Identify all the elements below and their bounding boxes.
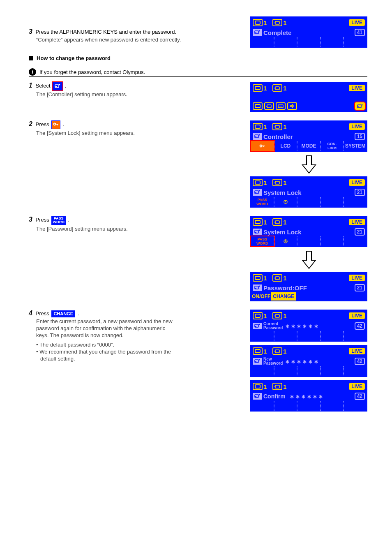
ctrl-icon (253, 393, 262, 400)
blank-soft (344, 331, 367, 341)
tab-display[interactable] (253, 102, 263, 110)
info-note: If you forget the password, contact Olym… (39, 69, 145, 75)
tab-controller[interactable] (355, 102, 365, 110)
ctrl-icon (253, 29, 262, 36)
clip-icon (272, 274, 282, 282)
blank-soft (321, 331, 344, 341)
soft-key-lock[interactable] (251, 141, 274, 151)
soft-password[interactable]: PASSWORD (251, 197, 274, 207)
page-badge: 41 (355, 29, 365, 36)
lcd-title: Password:OFF (263, 284, 307, 291)
key-softkey-icon[interactable] (51, 120, 60, 129)
password-softkey-icon[interactable]: PASSWORD (51, 216, 66, 225)
lcd-confirm-password: 1 1 LIVE Confirm ∗∗∗∗∗∗ 42 (250, 380, 367, 412)
blank-soft (274, 37, 297, 47)
proc-num: 2 (29, 120, 32, 127)
display-num: 1 (263, 19, 267, 26)
display-icon (253, 123, 263, 130)
lcd-title: System Lock (263, 189, 302, 196)
clip-num: 1 (283, 383, 286, 390)
display-num: 1 (263, 348, 267, 355)
clip-num: 1 (283, 348, 286, 355)
soft-confirm[interactable]: CON-FIRM (321, 141, 344, 151)
note-recommend-2: default setting. (40, 356, 246, 362)
page-badge: 42 (355, 358, 365, 365)
lcd-complete: 1 1 LIVE Complete 41 (250, 16, 367, 48)
pw-value: ∗∗∗∗∗∗ (285, 358, 320, 365)
tab-clip[interactable] (264, 102, 274, 110)
display-icon (253, 218, 263, 226)
blank-soft (251, 37, 274, 47)
blank-soft (274, 401, 297, 411)
clip-icon (272, 218, 282, 226)
down-arrow-icon (250, 155, 367, 174)
pw-label: NewPassword (263, 357, 283, 365)
soft-onoff[interactable]: ON/OFF (251, 292, 271, 301)
live-badge: LIVE (349, 85, 365, 91)
soft-system[interactable]: SYSTEM (344, 141, 367, 151)
section-title: How to change the password (37, 55, 111, 61)
live-badge: LIVE (349, 383, 365, 390)
proc-text: Press (36, 310, 49, 317)
ctrl-icon (253, 229, 262, 235)
tab-keyboard[interactable] (276, 102, 286, 110)
proc-sub: The [Password] setting menu appears. (36, 226, 246, 232)
pw-label: CurrentPassword (263, 322, 283, 330)
proc-text: Select (36, 83, 51, 89)
live-badge: LIVE (349, 275, 365, 281)
display-num: 1 (263, 383, 267, 390)
lcd-new-password: 1 1 LIVE NewPassword ∗∗∗∗∗∗ 42 (250, 345, 367, 377)
soft-mode[interactable]: MODE (297, 141, 321, 151)
clip-num: 1 (283, 19, 286, 26)
clip-num: 1 (283, 312, 286, 319)
soft-password-selected[interactable]: PASSWORD (251, 236, 274, 246)
clip-num: 1 (283, 123, 286, 130)
display-num: 1 (263, 123, 267, 130)
display-num: 1 (263, 85, 267, 92)
soft-clock[interactable] (274, 197, 297, 207)
lcd-title: Controller (263, 133, 293, 140)
soft-lcd[interactable]: LCD (274, 141, 297, 151)
controller-tab-icon[interactable] (53, 82, 62, 90)
proc-sub: password again for confirmation with the… (36, 325, 246, 331)
note-recommend: • We recommend that you change the passw… (36, 349, 246, 355)
clip-icon (272, 19, 282, 26)
display-icon (253, 179, 263, 186)
clip-num: 1 (283, 219, 286, 226)
page-badge: 15 (355, 133, 365, 140)
lcd-systemlock-2: 1 1 LIVE System Lock 21 PASSWORD (250, 216, 367, 247)
blank-soft (321, 401, 344, 411)
clip-icon (272, 84, 282, 92)
display-num: 1 (263, 275, 267, 282)
proc-sub: keys. The password is now changed. (36, 332, 246, 338)
blank-soft (251, 401, 274, 411)
display-num: 1 (263, 312, 267, 319)
blank-soft (321, 236, 344, 246)
clip-icon (272, 123, 282, 130)
clip-num: 1 (283, 85, 286, 92)
blank-soft (251, 366, 274, 376)
tab-speaker[interactable] (287, 102, 297, 110)
clip-icon (272, 347, 282, 355)
soft-change[interactable]: CHANGE (271, 292, 296, 301)
blank-soft (344, 401, 367, 411)
blank-soft (251, 331, 274, 341)
blank-soft (297, 331, 321, 341)
display-icon (253, 383, 263, 390)
soft-clock[interactable] (274, 236, 297, 246)
display-num: 1 (263, 179, 267, 186)
step-number: 3 (29, 28, 32, 35)
page-badge: 42 (355, 393, 365, 400)
change-softkey-icon[interactable]: CHANGE (51, 310, 75, 317)
live-badge: LIVE (349, 123, 365, 130)
step-complete-note: “Complete” appears when new password is … (36, 37, 250, 43)
proc-sub: Enter the current password, a new passwo… (36, 318, 246, 324)
proc-num: 3 (29, 216, 32, 223)
proc-num: 4 (29, 310, 32, 317)
info-icon: i (29, 68, 36, 76)
live-badge: LIVE (349, 179, 365, 186)
section-bullet (29, 56, 33, 60)
down-arrow-icon (250, 250, 367, 269)
page-badge: 42 (355, 322, 365, 330)
blank-soft (274, 366, 297, 376)
